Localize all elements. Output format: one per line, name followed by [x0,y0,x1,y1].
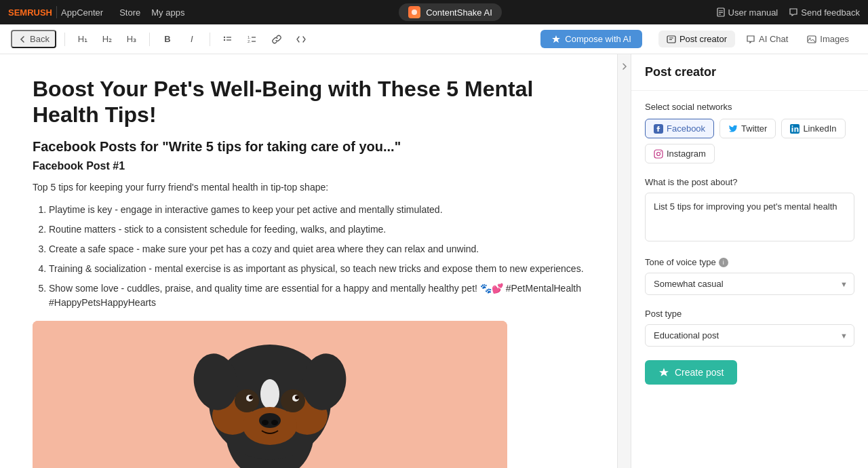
svg-point-40 [792,125,793,127]
product-badge: ContentShake AI [399,3,502,21]
italic-button[interactable]: I [182,30,201,49]
toolbar-sep-2 [149,33,150,46]
post-type-select[interactable]: Educational post Promotional post Engage… [645,324,854,347]
appcenter-label: AppCenter [61,7,103,18]
article-title[interactable]: Boost Your Pet's Well-Being with These 5… [33,76,585,128]
post-type-select-wrapper: Educational post Promotional post Engage… [645,324,854,347]
product-name: ContentShake AI [426,7,492,18]
h1-button[interactable]: H₁ [73,30,92,49]
images-tab-label: Images [820,34,849,44]
sidebar-body: Select social networks Facebook Twitter … [631,91,868,395]
main-layout: Boost Your Pet's Well-Being with These 5… [0,54,868,468]
list-item: Playtime is key - engage in interactive … [49,203,585,217]
list-item: Routine matters - stick to a consistent … [49,222,585,237]
svg-point-22 [260,379,279,409]
collapse-sidebar-button[interactable] [617,54,631,468]
user-manual-link[interactable]: User manual [716,7,778,18]
post-type-label: Post type [645,309,854,319]
sidebar-header: Post creator [631,54,868,91]
post-about-textarea[interactable]: List 5 tips for improving you pet's ment… [645,193,854,241]
tone-label: Tone of voice type i [645,257,854,267]
tips-list: Playtime is key - engage in interactive … [33,203,585,310]
product-icon [408,6,420,18]
images-tab[interactable]: Images [799,31,857,47]
post-about-label: What is the post about? [645,177,854,187]
store-link[interactable]: Store [119,7,140,18]
top-nav-right: User manual Send feedback [716,7,860,18]
sidebar-title: Post creator [645,65,854,79]
svg-point-43 [660,151,661,151]
logo-divider [56,6,57,18]
send-feedback-label: Send feedback [801,7,860,18]
svg-point-5 [224,36,225,37]
facebook-label: Facebook [667,123,705,134]
networks-label: Select social networks [645,102,854,112]
ai-chat-tab-label: AI Chat [759,34,788,44]
dog-image [33,321,507,468]
svg-rect-39 [792,128,793,132]
back-label: Back [30,34,50,44]
svg-point-33 [249,395,253,399]
post-creator-sidebar: Post creator Select social networks Face… [631,54,868,468]
svg-point-0 [412,9,417,15]
social-network-buttons: Facebook Twitter LinkedIn Instagram [645,119,854,163]
svg-point-27 [262,420,269,425]
ai-chat-tab[interactable]: AI Chat [738,31,796,47]
top-navigation: SEMRUSH AppCenter Store My apps ContentS… [0,0,868,24]
toolbar-sep-1 [64,33,65,46]
svg-point-42 [657,152,660,155]
view-tabs: Post creator AI Chat Images [658,31,857,47]
list-item: Training & socialization - mental exerci… [49,262,585,276]
editor-content: Boost Your Pet's Well-Being with These 5… [0,54,617,468]
code-button[interactable] [292,30,311,49]
compose-with-ai-button[interactable]: Compose with AI [540,30,642,48]
twitter-label: Twitter [741,123,767,134]
list-item: Show some love - cuddles, praise, and qu… [49,281,585,310]
ordered-list-button[interactable]: 1.2. [243,30,262,49]
linkedin-label: LinkedIn [803,123,836,134]
article-intro: Top 5 tips for keeping your furry friend… [33,180,585,195]
create-post-btn-label: Create post [675,367,724,378]
tone-info-icon: i [719,258,728,267]
twitter-button[interactable]: Twitter [719,119,776,138]
post-number: Facebook Post #1 [33,160,585,172]
svg-point-30 [281,389,305,412]
svg-point-26 [259,413,281,428]
instagram-button[interactable]: Instagram [645,144,715,163]
list-item: Create a safe space - make sure your pet… [49,242,585,256]
svg-text:2.: 2. [248,39,251,43]
linkedin-button[interactable]: LinkedIn [781,119,845,138]
instagram-label: Instagram [667,149,706,159]
semrush-logo: SEMRUSH [8,7,52,18]
editor-toolbar: Back H₁ H₂ H₃ B I 1.2. Compose with AI P… [0,24,868,54]
unordered-list-button[interactable] [218,30,237,49]
tone-select[interactable]: Somewhat casual Formal Friendly Professi… [645,273,854,295]
back-button[interactable]: Back [11,30,56,48]
logo: SEMRUSH AppCenter [8,6,103,18]
send-feedback-link[interactable]: Send feedback [789,7,860,18]
svg-point-6 [224,39,225,40]
post-creator-tab-label: Post creator [679,34,727,44]
toolbar-sep-3 [210,33,210,46]
svg-point-29 [235,389,259,412]
tone-select-wrapper: Somewhat casual Formal Friendly Professi… [645,273,854,295]
user-manual-label: User manual [728,7,778,18]
facebook-button[interactable]: Facebook [645,119,714,138]
my-apps-link[interactable]: My apps [151,7,184,18]
bold-button[interactable]: B [158,30,177,49]
svg-point-34 [295,395,299,399]
create-post-button[interactable]: Create post [645,360,737,385]
compose-label: Compose with AI [565,34,631,44]
article-subtitle: Facebook Posts for "Write 5 tips for tak… [33,139,585,155]
h2-button[interactable]: H₂ [98,30,117,49]
svg-point-28 [271,420,278,425]
top-nav-links: Store My apps [119,7,184,18]
h3-button[interactable]: H₃ [122,30,141,49]
svg-rect-41 [654,150,663,158]
post-creator-tab[interactable]: Post creator [658,31,735,47]
link-button[interactable] [267,30,286,49]
